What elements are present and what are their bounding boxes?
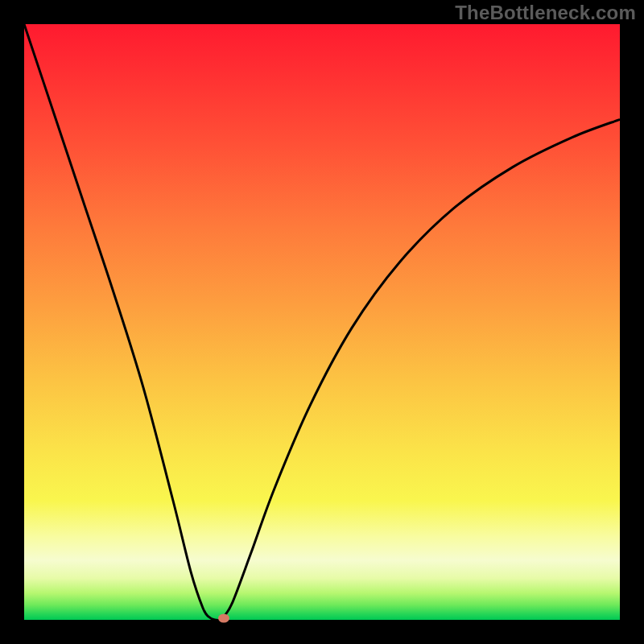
plot-area bbox=[24, 24, 620, 620]
watermark-text: TheBottleneck.com bbox=[455, 2, 636, 24]
curve-svg bbox=[24, 24, 620, 620]
chart-frame: TheBottleneck.com bbox=[0, 0, 644, 644]
bottleneck-curve bbox=[24, 24, 620, 620]
optimum-marker bbox=[218, 613, 229, 622]
